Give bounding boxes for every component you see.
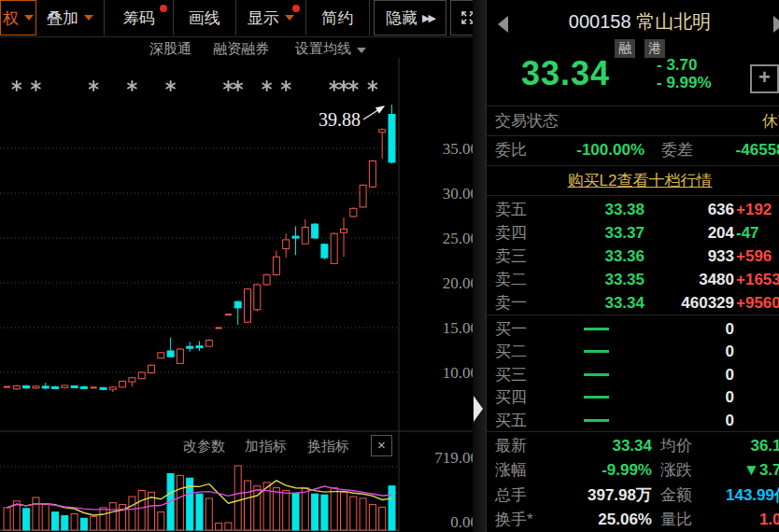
bid-price-dash (584, 373, 609, 376)
price-change: - 3.70 (657, 56, 697, 75)
chevron-down-icon (285, 15, 294, 21)
stat-value: 25.06% (553, 508, 652, 532)
ask-volume: 460329 (644, 291, 734, 315)
stat-row: 换手*25.06%量比1.09 (495, 508, 779, 532)
ask-label: 卖五 (495, 198, 547, 221)
ask-label: 卖四 (495, 221, 547, 245)
stat-label: 金额 (652, 483, 712, 508)
bid-row[interactable]: 买三0 (495, 363, 779, 386)
chevron-down-icon (24, 15, 34, 21)
svg-text:719.00: 719.00 (434, 449, 478, 467)
price-change-pct: - 9.99% (657, 74, 712, 92)
bid-label: 买三 (495, 363, 547, 386)
ask-diff: +1653 (734, 268, 779, 291)
stock-app-window: { "toolbar": { "buttons": [ {"label":"权"… (0, 0, 779, 532)
chart-link-融资融券[interactable]: 融资融券 (213, 38, 269, 58)
stat-value: 33.34 (553, 434, 652, 458)
ask-row[interactable]: 卖二33.353480+1653 (495, 268, 779, 291)
ask-row[interactable]: 卖四33.37204-47 (495, 221, 779, 245)
indicator-action-加指标[interactable]: 加指标 (245, 435, 287, 457)
price-gridlines (0, 58, 486, 532)
ask-row[interactable]: 卖三33.36933+596 (495, 245, 779, 268)
toolbar-button-label: 筹码 (123, 7, 155, 29)
ask-row[interactable]: 卖五33.38636+192 (495, 198, 779, 221)
ask-volume: 636 (644, 198, 734, 221)
bid-label: 买四 (495, 385, 547, 409)
margin-badge: 融 (615, 39, 635, 58)
price-annotation: 39.88 (319, 106, 384, 130)
bid-label: 买五 (495, 409, 547, 432)
stat-label: 涨跌 (652, 458, 712, 483)
indicator-action-改参数[interactable]: 改参数 (183, 435, 225, 457)
toolbar-button-label: 权 (3, 7, 19, 29)
bid-row[interactable]: 买一0 (495, 317, 779, 341)
collapse-panel-handle-icon[interactable] (474, 396, 483, 422)
bid-row[interactable]: 买五0 (495, 409, 779, 432)
stat-label: 总手 (495, 483, 553, 508)
ask-volume: 204 (644, 221, 734, 245)
weibi-value: -100.00% (540, 138, 644, 162)
ask-diff: -47 (734, 221, 779, 245)
toolbar-button-label: 叠加 (47, 7, 78, 29)
chevron-down-icon (357, 48, 366, 53)
notification-dot (292, 5, 300, 12)
bid-volume: 0 (644, 317, 734, 341)
stat-value: 143.99亿 (712, 483, 779, 508)
bid-volume: 0 (644, 340, 734, 363)
quote-panel: 000158 常山北明 融港 33.34 - 3.70 - 9.99% + 交易… (486, 0, 779, 532)
ask-diff: +192 (734, 198, 779, 221)
chart-toolbar: 权叠加筹码画线显示简约隐藏▶▶ (0, 0, 486, 37)
trade-status-label: 交易状态 (495, 109, 559, 133)
weibi-label: 委比 (495, 138, 540, 162)
panel-splitter[interactable] (473, 0, 487, 532)
chart-link-设置均线[interactable]: 设置均线 (295, 38, 366, 58)
stat-value: -9.99% (553, 458, 652, 483)
stat-row: 最新33.34均价36.18 (495, 434, 779, 458)
svg-text:39.88: 39.88 (319, 109, 361, 130)
toolbar-button-显示[interactable]: 显示 (236, 0, 307, 35)
toolbar-button-label: 简约 (321, 7, 353, 29)
toolbar-button-隐藏[interactable]: 隐藏▶▶ (374, 0, 447, 35)
toolbar-button-label: 显示 (248, 7, 279, 29)
ask-price: 33.34 (547, 291, 644, 315)
stock-title[interactable]: 000158 常山北明 (486, 9, 779, 35)
bid-volume: 0 (644, 409, 734, 432)
weicha-value: -465582 (706, 138, 779, 162)
trade-status-value: 休市 (682, 109, 779, 133)
toolbar-button-画线[interactable]: 画线 (174, 0, 236, 35)
ask-diff: +596 (734, 245, 779, 268)
add-to-watchlist-button[interactable]: + (750, 64, 779, 93)
l2-purchase-link[interactable]: 购买L2查看十档行情 (486, 170, 779, 191)
bid-volume: 0 (644, 363, 734, 386)
bid-row[interactable]: 买二0 (495, 340, 779, 363)
ask-label: 卖二 (495, 268, 547, 291)
bid-price-dash (584, 350, 609, 353)
toolbar-button-label: 隐藏 (386, 7, 418, 29)
stat-label: 最新 (495, 434, 553, 458)
stat-value: 1.09 (712, 508, 779, 532)
stat-label: 涨幅 (495, 458, 553, 483)
bid-row[interactable]: 买四0 (495, 385, 779, 409)
price-axis-labels: 35.0030.0025.0020.0015.0010.00719.000.00 (434, 140, 478, 531)
hk-connect-badge: 港 (644, 39, 665, 58)
volume-bars-layer (4, 466, 395, 530)
bid-price-dash (584, 396, 609, 399)
ask-volume: 3480 (644, 268, 734, 291)
notification-dot (160, 5, 167, 12)
chart-link-深股通[interactable]: 深股通 (149, 38, 191, 58)
candlestick-and-volume-chart[interactable]: 35.0030.0025.0020.0015.0010.00719.000.00… (0, 58, 486, 532)
toolbar-button-权[interactable]: 权 (0, 0, 36, 35)
ask-row[interactable]: 卖一33.34460329+95605 (495, 291, 779, 315)
indicator-action-换指标[interactable]: 换指标 (307, 435, 349, 457)
close-indicator-pane-button[interactable]: × (371, 435, 392, 456)
stat-label: 均价 (652, 434, 712, 458)
ask-label: 卖一 (495, 291, 547, 315)
ask-diff: +95605 (734, 291, 779, 315)
stock-code: 000158 (569, 11, 631, 32)
bid-price-dash (584, 419, 609, 422)
toolbar-button-叠加[interactable]: 叠加 (36, 0, 106, 35)
toolbar-button-简约[interactable]: 简约 (306, 0, 370, 35)
stat-value: ▼3.70 (712, 458, 779, 483)
toolbar-button-筹码[interactable]: 筹码 (105, 0, 174, 35)
bid-label: 买二 (495, 340, 547, 363)
